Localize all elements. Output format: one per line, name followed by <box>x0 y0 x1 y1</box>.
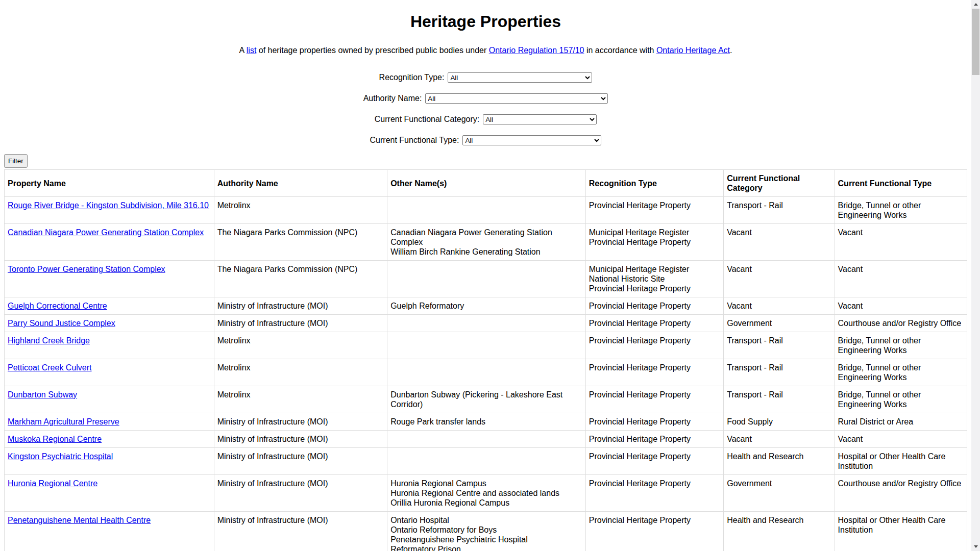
authority-name-cell: Ministry of Infrastructure (MOI) <box>214 475 387 512</box>
table-row: Penetanguishene Mental Health Centre Min… <box>5 512 967 551</box>
functional-category-cell: Government <box>724 315 835 332</box>
property-name-cell: Guelph Correctional Centre <box>5 297 214 315</box>
functional-type-cell: Bridge, Tunnel or other Engineering Work… <box>835 197 967 224</box>
functional-category-cell: Transport - Rail <box>724 332 835 359</box>
property-name-link[interactable]: Toronto Power Generating Station Complex <box>8 265 165 273</box>
functional-category-cell: Vacant <box>724 261 835 297</box>
functional-category-cell: Health and Research <box>724 448 835 475</box>
heritage-properties-page: Heritage Properties A list of heritage p… <box>0 0 971 551</box>
header-other-names: Other Name(s) <box>387 170 586 197</box>
functional-category-cell: Government <box>724 475 835 512</box>
recognition-type-cell: Provincial Heritage Property <box>585 512 723 551</box>
property-name-cell: Canadian Niagara Power Generating Statio… <box>5 224 214 261</box>
filter-row-authority-name: Authority Name:All <box>4 93 967 104</box>
recognition-type-select[interactable]: All <box>448 72 592 83</box>
table-row: Huronia Regional Centre Ministry of Infr… <box>5 475 967 512</box>
scroll-down-button[interactable] <box>971 542 980 551</box>
authority-name-cell: The Niagara Parks Commission (NPC) <box>214 261 387 297</box>
functional-type-cell: Bridge, Tunnel or other Engineering Work… <box>835 332 967 359</box>
functional-category-label: Current Functional Category: <box>375 115 479 123</box>
functional-type-cell: Vacant <box>835 224 967 261</box>
filter-button[interactable]: Filter <box>4 154 28 168</box>
functional-type-cell: Courthouse and/or Registry Office <box>835 315 967 332</box>
property-name-link[interactable]: Muskoka Regional Centre <box>8 435 102 443</box>
property-name-link[interactable]: Huronia Regional Centre <box>8 479 97 488</box>
other-names-cell: Canadian Niagara Power Generating Statio… <box>387 224 586 261</box>
recognition-type-cell: Provincial Heritage Property <box>585 448 723 475</box>
property-name-link[interactable]: Guelph Correctional Centre <box>8 302 107 310</box>
other-names-cell <box>387 332 586 359</box>
functional-type-select[interactable]: All <box>462 135 601 145</box>
functional-type-cell: Bridge, Tunnel or other Engineering Work… <box>835 359 967 386</box>
functional-type-label: Current Functional Type: <box>370 136 459 144</box>
authority-name-cell: Metrolinx <box>214 197 387 224</box>
functional-category-select[interactable]: All <box>483 114 597 124</box>
property-name-cell: Muskoka Regional Centre <box>5 431 214 448</box>
scrollbar-thumb[interactable] <box>972 9 979 75</box>
property-name-link[interactable]: Markham Agricultural Preserve <box>8 417 119 426</box>
table-row: Guelph Correctional Centre Ministry of I… <box>5 297 967 315</box>
property-name-cell: Rouge River Bridge - Kingston Subdivisio… <box>5 197 214 224</box>
authority-name-cell: Metrolinx <box>214 359 387 386</box>
property-name-link[interactable]: Dunbarton Subway <box>8 390 77 399</box>
heritage-properties-table: Property Name Authority Name Other Name(… <box>4 169 967 551</box>
authority-name-cell: Ministry of Infrastructure (MOI) <box>214 512 387 551</box>
functional-category-cell: Vacant <box>724 297 835 315</box>
recognition-type-cell: Provincial Heritage Property <box>585 431 723 448</box>
authority-name-cell: Ministry of Infrastructure (MOI) <box>214 448 387 475</box>
table-row: Dunbarton Subway Metrolinx Dunbarton Sub… <box>5 386 967 413</box>
functional-type-cell: Bridge, Tunnel or other Engineering Work… <box>835 386 967 413</box>
property-name-link[interactable]: Highland Creek Bridge <box>8 336 90 345</box>
property-name-cell: Penetanguishene Mental Health Centre <box>5 512 214 551</box>
authority-name-cell: Ministry of Infrastructure (MOI) <box>214 431 387 448</box>
table-row: Rouge River Bridge - Kingston Subdivisio… <box>5 197 967 224</box>
property-name-link[interactable]: Kingston Psychiatric Hospital <box>8 452 113 461</box>
recognition-type-label: Recognition Type: <box>379 73 445 82</box>
header-authority-name: Authority Name <box>214 170 387 197</box>
other-names-cell: Dunbarton Subway (Pickering - Lakeshore … <box>387 386 586 413</box>
property-name-link[interactable]: Canadian Niagara Power Generating Statio… <box>8 228 204 237</box>
functional-type-cell: Hospital or Other Health Care Institutio… <box>835 448 967 475</box>
functional-category-cell: Transport - Rail <box>724 197 835 224</box>
functional-type-cell: Vacant <box>835 431 967 448</box>
functional-category-cell: Vacant <box>724 431 835 448</box>
authority-name-cell: Ministry of Infrastructure (MOI) <box>214 297 387 315</box>
intro-text: A list of heritage properties owned by p… <box>4 46 967 55</box>
property-name-link[interactable]: Rouge River Bridge - Kingston Subdivisio… <box>8 201 209 210</box>
intro-mid1: of heritage properties owned by prescrib… <box>256 46 488 55</box>
vertical-scrollbar[interactable] <box>971 0 980 551</box>
other-names-cell <box>387 261 586 297</box>
filter-form: Recognition Type:All Authority Name:All … <box>4 72 967 145</box>
list-link[interactable]: list <box>247 46 257 55</box>
ontario-regulation-link[interactable]: Ontario Regulation 157/10 <box>489 46 584 55</box>
page-title: Heritage Properties <box>4 12 967 31</box>
header-functional-type: Current Functional Type <box>835 170 967 197</box>
table-row: Toronto Power Generating Station Complex… <box>5 261 967 297</box>
property-name-link[interactable]: Parry Sound Justice Complex <box>8 319 115 328</box>
recognition-type-cell: Provincial Heritage Property <box>585 197 723 224</box>
recognition-type-cell: Provincial Heritage Property <box>585 297 723 315</box>
property-name-link[interactable]: Penetanguishene Mental Health Centre <box>8 516 151 524</box>
arrow-up-icon <box>974 3 978 6</box>
other-names-cell <box>387 359 586 386</box>
table-row: Highland Creek Bridge Metrolinx Provinci… <box>5 332 967 359</box>
recognition-type-cell: Provincial Heritage Property <box>585 332 723 359</box>
authority-name-label: Authority Name: <box>363 94 422 103</box>
ontario-heritage-act-link[interactable]: Ontario Heritage Act <box>656 46 730 55</box>
property-name-cell: Petticoat Creek Culvert <box>5 359 214 386</box>
other-names-cell <box>387 197 586 224</box>
property-name-cell: Parry Sound Justice Complex <box>5 315 214 332</box>
authority-name-cell: Metrolinx <box>214 332 387 359</box>
property-name-link[interactable]: Petticoat Creek Culvert <box>8 363 92 372</box>
property-name-cell: Dunbarton Subway <box>5 386 214 413</box>
header-recognition-type: Recognition Type <box>585 170 723 197</box>
authority-name-select[interactable]: All <box>425 93 608 104</box>
recognition-type-cell: Provincial Heritage Property <box>585 475 723 512</box>
functional-type-cell: Rural District or Area <box>835 413 967 431</box>
other-names-cell <box>387 448 586 475</box>
functional-type-cell: Vacant <box>835 297 967 315</box>
authority-name-cell: The Niagara Parks Commission (NPC) <box>214 224 387 261</box>
scroll-up-button[interactable] <box>971 0 980 9</box>
other-names-cell <box>387 315 586 332</box>
property-name-cell: Toronto Power Generating Station Complex <box>5 261 214 297</box>
